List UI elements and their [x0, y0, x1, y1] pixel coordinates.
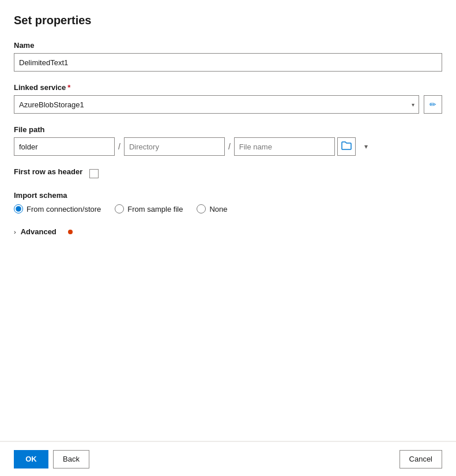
linked-service-select-wrapper: AzureBlobStorage1 ▾	[14, 95, 419, 114]
import-schema-label: Import schema	[14, 191, 442, 200]
radio-none-label: None	[209, 205, 227, 213]
name-label: Name	[14, 41, 442, 50]
edit-icon: ✏	[429, 100, 436, 109]
browse-folder-button[interactable]	[337, 137, 356, 156]
linked-service-row: AzureBlobStorage1 ▾ ✏	[14, 95, 442, 114]
required-indicator: *	[67, 83, 70, 92]
name-field-group: Name	[14, 41, 442, 72]
file-path-folder-input[interactable]	[14, 137, 115, 156]
radio-option-from-sample[interactable]: From sample file	[115, 204, 183, 213]
loading-indicator	[68, 230, 73, 234]
import-schema-section: Import schema From connection/store From…	[14, 191, 442, 213]
path-separator-1: /	[117, 142, 122, 151]
radio-from-sample-label: From sample file	[127, 205, 183, 213]
linked-service-label: Linked service*	[14, 83, 442, 92]
advanced-chevron-right-icon: ›	[14, 228, 16, 235]
ok-button[interactable]: OK	[14, 450, 48, 468]
footer-bar: OK Back Cancel	[0, 441, 456, 476]
linked-service-edit-button[interactable]: ✏	[424, 95, 442, 114]
file-path-row: / / ▾	[14, 137, 442, 156]
cancel-button[interactable]: Cancel	[400, 450, 442, 468]
advanced-label: Advanced	[21, 227, 56, 236]
radio-from-connection[interactable]	[14, 204, 23, 213]
file-path-label: File path	[14, 125, 442, 134]
back-button[interactable]: Back	[53, 450, 89, 468]
file-path-directory-input[interactable]	[124, 137, 225, 156]
file-path-filename-input[interactable]	[234, 137, 335, 156]
radio-none[interactable]	[197, 204, 206, 213]
chevron-down-icon: ▾	[364, 143, 368, 151]
file-path-collapse-button[interactable]: ▾	[358, 137, 374, 156]
path-separator-2: /	[227, 142, 232, 151]
page-title: Set properties	[14, 14, 442, 27]
radio-option-none[interactable]: None	[197, 204, 227, 213]
linked-service-select[interactable]: AzureBlobStorage1	[14, 95, 419, 114]
import-schema-radio-group: From connection/store From sample file N…	[14, 204, 442, 213]
radio-option-from-connection[interactable]: From connection/store	[14, 204, 101, 213]
first-row-header-checkbox[interactable]	[89, 169, 99, 178]
radio-from-connection-label: From connection/store	[27, 205, 101, 213]
file-path-field-group: File path / / ▾	[14, 125, 442, 156]
advanced-section[interactable]: › Advanced	[14, 225, 442, 238]
first-row-header-label: First row as header	[14, 167, 82, 176]
radio-from-sample[interactable]	[115, 204, 124, 213]
name-input[interactable]	[14, 53, 442, 72]
folder-icon	[341, 141, 352, 152]
linked-service-field-group: Linked service* AzureBlobStorage1 ▾ ✏	[14, 83, 442, 114]
first-row-header-group: First row as header	[14, 167, 442, 179]
